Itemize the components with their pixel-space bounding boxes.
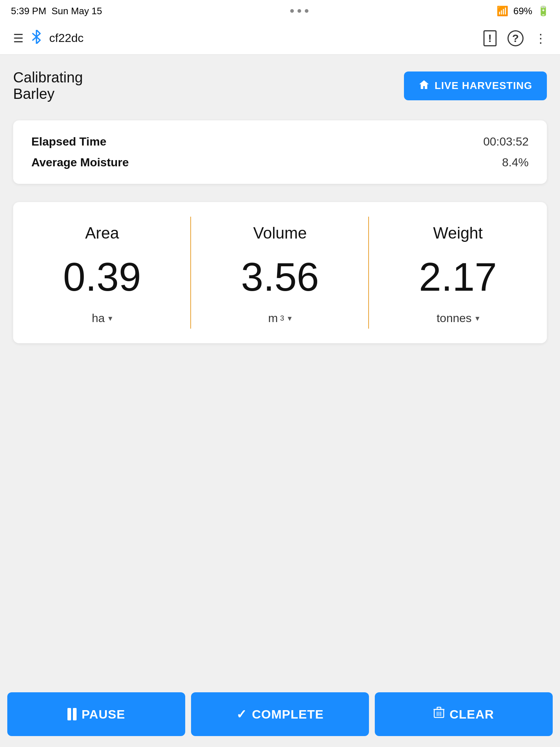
volume-unit-chevron: ▾ [288, 314, 292, 323]
stats-card: Elapsed Time 00:03:52 Average Moisture 8… [13, 120, 547, 184]
menu-icon[interactable]: ☰ [13, 31, 24, 45]
status-bar: 5:39 PM Sun May 15 📶 69% 🔋 [0, 0, 560, 22]
weight-unit[interactable]: tonnes ▾ [436, 311, 479, 325]
more-options-icon[interactable]: ⋮ [534, 31, 547, 46]
weight-value: 2.17 [419, 257, 497, 297]
elapsed-time-value: 00:03:52 [483, 135, 529, 148]
area-unit[interactable]: ha ▾ [92, 311, 113, 325]
check-icon: ✓ [236, 707, 247, 721]
page-title: Calibrating Barley [13, 69, 83, 102]
pause-label: PAUSE [82, 707, 125, 721]
volume-unit[interactable]: m3 ▾ [268, 311, 292, 325]
average-moisture-row: Average Moisture 8.4% [31, 156, 529, 169]
device-name: cf22dc [49, 31, 83, 45]
elapsed-time-row: Elapsed Time 00:03:52 [31, 135, 529, 148]
wifi-icon: 📶 [497, 5, 508, 17]
status-time-date: 5:39 PM Sun May 15 [11, 5, 102, 17]
area-value: 0.39 [63, 257, 141, 297]
house-icon [419, 80, 429, 92]
complete-label: COMPLETE [252, 707, 324, 721]
main-content: Calibrating Barley LIVE HARVESTING Elaps… [0, 55, 560, 409]
volume-unit-superscript: 3 [280, 314, 284, 322]
bottom-buttons: PAUSE ✓ COMPLETE CLEAR [0, 685, 560, 747]
battery-icon: 🔋 [537, 5, 549, 17]
live-harvesting-button[interactable]: LIVE HARVESTING [404, 71, 547, 100]
status-center [290, 9, 308, 13]
area-metric: Area 0.39 ha ▾ [13, 202, 191, 343]
calibrating-label: Calibrating [13, 69, 83, 86]
bluetooth-icon [31, 30, 42, 47]
weight-title: Weight [433, 224, 483, 242]
header-right: ! ? ⋮ [483, 30, 547, 46]
battery-level: 69% [513, 5, 532, 17]
clear-label: CLEAR [450, 707, 494, 721]
complete-button[interactable]: ✓ COMPLETE [191, 692, 369, 736]
area-title: Area [85, 224, 119, 242]
status-right: 📶 69% 🔋 [497, 5, 549, 17]
weight-unit-chevron: ▾ [475, 314, 479, 323]
average-moisture-label: Average Moisture [31, 156, 129, 169]
alert-icon[interactable]: ! [483, 30, 497, 46]
volume-title: Volume [253, 224, 307, 242]
live-harvesting-label: LIVE HARVESTING [435, 80, 532, 92]
app-header: ☰ cf22dc ! ? ⋮ [0, 22, 560, 55]
clear-button[interactable]: CLEAR [375, 692, 553, 736]
crop-label: Barley [13, 86, 83, 102]
pause-button[interactable]: PAUSE [7, 692, 185, 736]
help-icon[interactable]: ? [508, 30, 524, 46]
volume-value: 3.56 [241, 257, 319, 297]
weight-metric: Weight 2.17 tonnes ▾ [369, 202, 547, 343]
volume-metric: Volume 3.56 m3 ▾ [191, 202, 369, 343]
elapsed-time-label: Elapsed Time [31, 135, 106, 148]
page-title-row: Calibrating Barley LIVE HARVESTING [13, 69, 547, 102]
trash-icon [433, 707, 444, 722]
metrics-card: Area 0.39 ha ▾ Volume 3.56 m3 ▾ Weight 2… [13, 202, 547, 343]
pause-icon [67, 708, 77, 720]
area-unit-chevron: ▾ [108, 314, 112, 323]
header-left: ☰ cf22dc [13, 30, 83, 47]
average-moisture-value: 8.4% [502, 156, 529, 169]
